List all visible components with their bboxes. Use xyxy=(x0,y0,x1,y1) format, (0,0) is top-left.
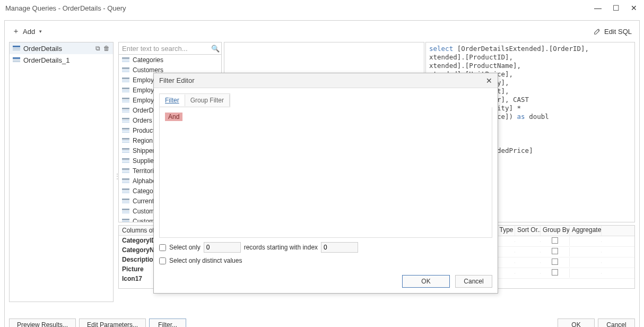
minimize-button[interactable]: — xyxy=(593,4,603,12)
svg-rect-33 xyxy=(122,148,129,150)
and-operator[interactable]: And xyxy=(165,113,182,121)
preview-results-button[interactable]: Preview Results... xyxy=(9,319,76,327)
table-item[interactable]: Categories xyxy=(119,55,221,65)
svg-rect-47 xyxy=(122,192,129,193)
table-icon xyxy=(122,57,129,63)
cancel-button[interactable]: Cancel xyxy=(598,319,635,327)
table-icon xyxy=(122,88,129,93)
groupby-checkbox[interactable] xyxy=(552,248,558,254)
svg-rect-24 xyxy=(122,118,129,119)
svg-rect-46 xyxy=(122,191,129,192)
distinct-row: Select only distinct values xyxy=(159,257,492,264)
toolbar: ＋ Add ▼ Edit SQL xyxy=(9,25,635,38)
table-icon xyxy=(122,168,129,174)
svg-rect-16 xyxy=(122,90,129,91)
hdr-group-by[interactable]: Group By xyxy=(541,226,570,236)
dialog-body: Filter Group Filter And Select only reco… xyxy=(154,88,498,270)
filter-tree[interactable]: And xyxy=(159,107,492,238)
dropdown-caret-icon: ▼ xyxy=(38,29,42,34)
svg-rect-26 xyxy=(122,122,129,123)
main-frame: ＋ Add ▼ Edit SQL OrderDetails ⧉ 🗑 xyxy=(4,20,640,327)
copy-icon[interactable]: ⧉ xyxy=(95,45,100,52)
svg-rect-39 xyxy=(122,168,129,170)
svg-rect-30 xyxy=(122,138,129,140)
svg-rect-20 xyxy=(122,101,129,102)
table-icon xyxy=(122,138,129,143)
distinct-checkbox[interactable] xyxy=(159,257,166,264)
table-name: Categories xyxy=(133,56,163,64)
svg-rect-8 xyxy=(122,61,129,62)
dialog-titlebar[interactable]: Filter Editor ✕ xyxy=(154,73,498,88)
edit-parameters-button[interactable]: Edit Parameters... xyxy=(79,319,146,327)
hdr-sort-order[interactable]: Sort Or... xyxy=(515,226,541,236)
svg-rect-17 xyxy=(122,91,129,92)
records-from-index-input[interactable] xyxy=(321,242,358,253)
table-icon xyxy=(122,188,129,194)
svg-rect-37 xyxy=(122,160,129,161)
svg-rect-21 xyxy=(122,108,129,109)
dialog-close-icon[interactable]: ✕ xyxy=(486,76,492,85)
svg-rect-49 xyxy=(122,201,129,202)
table-icon xyxy=(13,46,20,51)
svg-rect-22 xyxy=(122,110,129,111)
tab-filter[interactable]: Filter xyxy=(160,94,185,106)
table-icon xyxy=(122,199,129,204)
add-button[interactable]: ＋ Add ▼ xyxy=(9,25,46,37)
svg-rect-4 xyxy=(13,59,20,61)
groupby-checkbox[interactable] xyxy=(552,259,558,265)
dialog-ok-button[interactable]: OK xyxy=(402,275,450,288)
dialog-button-bar: OK Cancel xyxy=(154,270,498,293)
plus-icon: ＋ xyxy=(12,27,20,36)
svg-rect-9 xyxy=(122,67,129,69)
table-name: Orders xyxy=(133,117,152,124)
add-label: Add xyxy=(23,28,35,36)
query-item-orderdetails-1[interactable]: OrderDetails_1 xyxy=(10,54,113,66)
close-button[interactable]: ✕ xyxy=(629,4,639,12)
svg-rect-50 xyxy=(122,202,129,203)
table-icon xyxy=(122,118,129,123)
svg-rect-19 xyxy=(122,100,129,101)
tab-group-filter[interactable]: Group Filter xyxy=(185,94,230,106)
svg-rect-53 xyxy=(122,212,129,213)
svg-rect-35 xyxy=(122,152,129,153)
svg-rect-2 xyxy=(13,49,20,50)
groupby-checkbox[interactable] xyxy=(552,237,558,244)
query-item-orderdetails[interactable]: OrderDetails ⧉ 🗑 xyxy=(10,42,113,54)
svg-rect-6 xyxy=(122,57,129,59)
records-from-label: records starting with index xyxy=(244,244,318,251)
svg-rect-34 xyxy=(122,150,129,151)
svg-rect-13 xyxy=(122,80,129,81)
svg-rect-38 xyxy=(122,162,129,163)
hdr-aggregate[interactable]: Aggregate xyxy=(570,226,602,236)
svg-rect-12 xyxy=(122,78,129,79)
edit-sql-button[interactable]: Edit SQL xyxy=(594,28,635,36)
filter-button[interactable]: Filter... xyxy=(149,319,186,327)
svg-rect-28 xyxy=(122,130,129,131)
filter-editor-dialog: Filter Editor ✕ Filter Group Filter And … xyxy=(153,73,498,294)
vertical-splitter[interactable] xyxy=(115,42,117,302)
dialog-cancel-button[interactable]: Cancel xyxy=(455,275,492,288)
search-input[interactable] xyxy=(122,45,211,53)
svg-rect-44 xyxy=(122,182,129,183)
pencil-icon xyxy=(594,28,601,35)
maximize-button[interactable]: ☐ xyxy=(611,4,621,12)
svg-rect-27 xyxy=(122,128,129,130)
table-icon xyxy=(122,219,129,223)
search-icon[interactable]: 🔍 xyxy=(211,45,220,53)
select-only-count-input[interactable] xyxy=(204,242,241,253)
groupby-checkbox[interactable] xyxy=(552,269,558,276)
svg-rect-11 xyxy=(122,71,129,72)
window-controls: — ☐ ✕ xyxy=(593,4,639,12)
svg-rect-29 xyxy=(122,132,129,133)
table-icon xyxy=(122,148,129,153)
table-icon xyxy=(122,78,129,83)
svg-rect-7 xyxy=(122,59,129,61)
table-icon xyxy=(122,67,129,73)
svg-rect-48 xyxy=(122,199,129,200)
delete-icon[interactable]: 🗑 xyxy=(103,45,110,52)
svg-rect-42 xyxy=(122,178,129,180)
select-only-checkbox[interactable] xyxy=(159,244,166,251)
svg-rect-18 xyxy=(122,98,129,99)
ok-button[interactable]: OK xyxy=(558,319,595,327)
table-icon xyxy=(13,57,20,63)
